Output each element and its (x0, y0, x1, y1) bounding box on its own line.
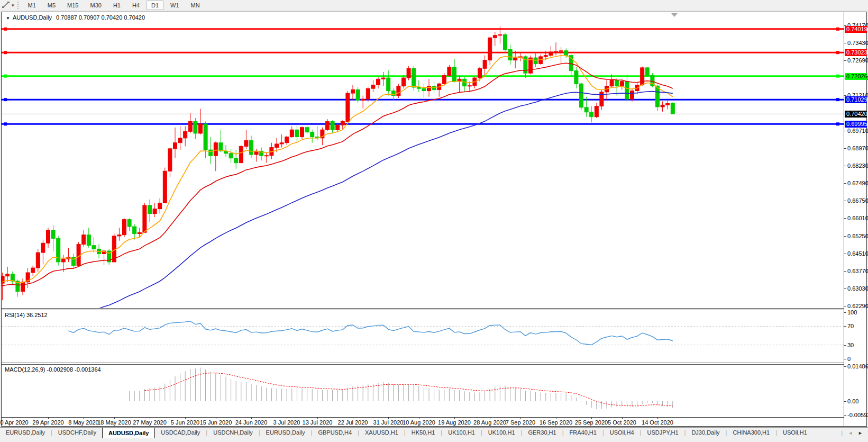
mt4-application: ▾ M1M5M15M30H1H4D1W1MN ▼AUDUSD,Daily0.70… (0, 0, 868, 442)
candle (641, 68, 644, 85)
price-axis[interactable]: 0.741700.734300.726900.719500.712100.697… (844, 12, 866, 426)
candle (498, 34, 502, 35)
rsi-panel-canvas[interactable] (2, 310, 844, 363)
tab-usdcnh-daily[interactable]: USDCNH,Daily (207, 428, 259, 438)
line-anchor (836, 75, 839, 78)
candle (381, 78, 385, 79)
candle (625, 82, 629, 99)
candle (468, 86, 471, 86)
chevron-down-icon[interactable]: ▾ (12, 3, 14, 8)
candle (61, 259, 65, 262)
timeframe-toolbar: ▾ M1M5M15M30H1H4D1W1MN (0, 0, 868, 11)
candle (387, 78, 390, 91)
tab-usoil-h1[interactable]: USOil,H1 (777, 428, 813, 438)
candle (188, 122, 192, 132)
candle (305, 128, 309, 132)
candle (178, 138, 182, 143)
tab-uk100-h1[interactable]: UK100,H1 (482, 428, 521, 438)
tab-china300-h1[interactable]: CHINA300,H1 (727, 428, 775, 438)
candle (504, 34, 507, 49)
candle (275, 144, 279, 148)
timeframe-mn[interactable]: MN (186, 1, 205, 10)
timeframe-m1[interactable]: M1 (23, 1, 41, 10)
tab-usoil-h4[interactable]: USOil,H4 (604, 428, 640, 438)
price-tick (844, 271, 846, 272)
candle (620, 82, 624, 86)
candle (554, 51, 558, 52)
price-tick-label: 0.69710 (847, 128, 868, 134)
line-anchor (4, 51, 7, 54)
price-tick-label: 0.68970 (847, 145, 868, 151)
hline-price-label: 0.74019 (845, 26, 867, 33)
candle (412, 68, 416, 87)
line-anchor (4, 98, 7, 101)
scroll-right-icon[interactable]: ► (858, 430, 863, 436)
timeframe-h4[interactable]: H4 (127, 1, 144, 10)
candle (47, 230, 50, 243)
tab-usdcad-daily[interactable]: USDCAD,Daily (155, 428, 206, 438)
price-tick-label: 0.67490 (847, 180, 868, 186)
price-tick-label: 0.73430 (847, 40, 868, 46)
rsi-tick (844, 326, 846, 327)
candle (204, 124, 207, 150)
scroll-left-icon[interactable]: ◄ (848, 430, 853, 436)
price-tick-label: 0.63770 (847, 268, 868, 274)
tab-uk100-h1[interactable]: UK100,H1 (442, 428, 481, 438)
timeframe-m30[interactable]: M30 (86, 1, 106, 10)
date-axis[interactable]: 20 Apr 202029 Apr 20208 May 202018 May 2… (2, 417, 844, 426)
candle (595, 106, 598, 117)
candle (264, 156, 268, 156)
timeframe-m15[interactable]: M15 (62, 1, 83, 10)
candle (219, 143, 223, 151)
candle (310, 132, 314, 137)
candle (138, 232, 141, 233)
tab-audusd-daily[interactable]: AUDUSD,Daily (102, 427, 155, 438)
candle (422, 88, 426, 91)
price-tick (844, 218, 846, 219)
line-anchor (836, 98, 839, 101)
tab-divider: | (841, 430, 843, 436)
candle (214, 143, 217, 156)
candle (51, 230, 55, 239)
candle (341, 122, 344, 125)
tab-xauusd-h1[interactable]: XAUUSD,H1 (359, 428, 404, 438)
timeframe-w1[interactable]: W1 (166, 1, 184, 10)
candle (31, 268, 35, 273)
timeframe-d1[interactable]: D1 (147, 1, 163, 10)
chart-tabs: EURUSD,Daily|USDCHF,DailyAUDUSD,DailyUSD… (0, 428, 813, 438)
tab-usdjpy-h1[interactable]: USDJPY,H1 (641, 428, 684, 438)
candle (127, 220, 131, 227)
macd-panel-canvas[interactable] (2, 365, 844, 417)
tab-ger30-h1[interactable]: GER30,H1 (522, 428, 562, 438)
tab-gbpusd-h4[interactable]: GBPUSD,H4 (312, 428, 358, 438)
timeframe-buttons: M1M5M15M30H1H4D1W1MN (22, 1, 206, 10)
price-tick (844, 148, 846, 149)
price-tick-label: 0.66010 (847, 215, 868, 221)
candle (194, 122, 197, 133)
candle (290, 130, 294, 137)
collapse-icon[interactable]: ▼ (6, 16, 10, 21)
candle (285, 137, 289, 143)
tab-eurusd-daily[interactable]: EURUSD,Daily (260, 428, 311, 438)
rsi-tick-label: 30 (847, 342, 854, 348)
tab-usdchf-daily[interactable]: USDCHF,Daily (52, 428, 102, 438)
candle (82, 235, 86, 245)
line-anchor (4, 122, 7, 125)
tab-hk50-h1[interactable]: HK50,H1 (406, 428, 441, 438)
timeframe-h1[interactable]: H1 (108, 1, 125, 10)
tab-fra40-h1[interactable]: FRA40,H1 (564, 428, 602, 438)
hline-price-label: 0.69995 (845, 121, 867, 128)
main-chart-canvas[interactable] (2, 12, 844, 308)
tab-eurusd-daily[interactable]: EURUSD,Daily (0, 428, 51, 438)
timeframe-m5[interactable]: M5 (43, 1, 60, 10)
candle (143, 205, 147, 232)
macd-tick-label: -0.005938 (847, 412, 868, 418)
price-tick-label: 0.68230 (847, 163, 868, 169)
candle (199, 124, 203, 133)
chart-tool-button[interactable]: ▾ (0, 0, 16, 11)
tab-scroll-controls: | ◄ ► (836, 428, 868, 438)
tab-dj30-daily[interactable]: DJ30,Daily (686, 428, 725, 438)
candle (514, 58, 517, 60)
candle (564, 51, 568, 56)
price-tick-label: 0.64510 (847, 250, 868, 257)
